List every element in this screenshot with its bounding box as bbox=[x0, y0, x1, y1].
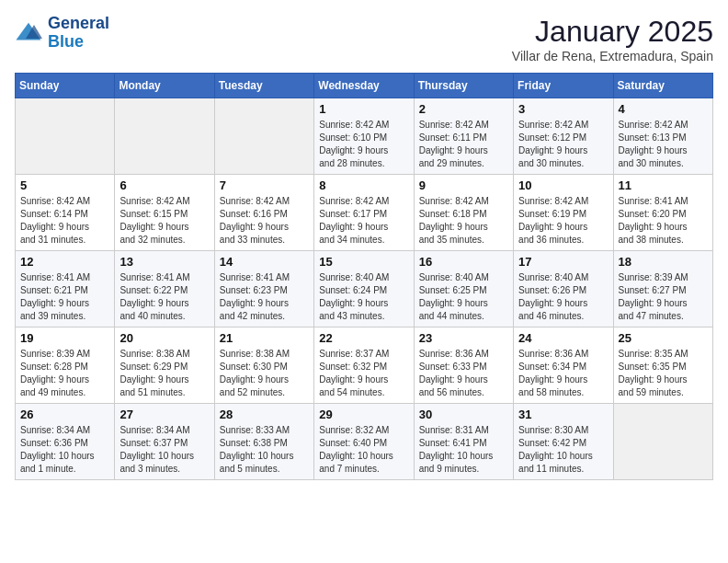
day-detail: Sunrise: 8:37 AM Sunset: 6:32 PM Dayligh… bbox=[319, 348, 408, 399]
day-number: 23 bbox=[419, 331, 508, 345]
day-detail: Sunrise: 8:31 AM Sunset: 6:41 PM Dayligh… bbox=[419, 424, 508, 476]
day-detail: Sunrise: 8:41 AM Sunset: 6:23 PM Dayligh… bbox=[220, 271, 309, 323]
calendar-cell bbox=[613, 404, 712, 480]
calendar-cell: 30Sunrise: 8:31 AM Sunset: 6:41 PM Dayli… bbox=[414, 404, 513, 480]
day-detail: Sunrise: 8:42 AM Sunset: 6:12 PM Dayligh… bbox=[518, 119, 608, 170]
day-number: 15 bbox=[319, 255, 408, 269]
calendar-cell: 22Sunrise: 8:37 AM Sunset: 6:32 PM Dayli… bbox=[314, 327, 414, 404]
weekday-header-tuesday: Tuesday bbox=[214, 74, 313, 98]
weekday-header-sunday: Sunday bbox=[16, 74, 115, 98]
day-number: 30 bbox=[419, 408, 508, 421]
calendar-cell: 28Sunrise: 8:33 AM Sunset: 6:38 PM Dayli… bbox=[214, 404, 313, 480]
day-number: 21 bbox=[220, 331, 309, 345]
day-detail: Sunrise: 8:40 AM Sunset: 6:25 PM Dayligh… bbox=[419, 271, 508, 323]
day-number: 14 bbox=[220, 255, 309, 269]
calendar-cell: 18Sunrise: 8:39 AM Sunset: 6:27 PM Dayli… bbox=[613, 251, 712, 327]
calendar-table: SundayMondayTuesdayWednesdayThursdayFrid… bbox=[15, 73, 713, 480]
day-detail: Sunrise: 8:42 AM Sunset: 6:18 PM Dayligh… bbox=[419, 195, 508, 247]
month-title: January 2025 bbox=[512, 15, 713, 49]
day-number: 27 bbox=[119, 408, 209, 421]
day-detail: Sunrise: 8:40 AM Sunset: 6:24 PM Dayligh… bbox=[319, 271, 408, 323]
day-detail: Sunrise: 8:42 AM Sunset: 6:14 PM Dayligh… bbox=[20, 195, 109, 247]
calendar-cell: 5Sunrise: 8:42 AM Sunset: 6:14 PM Daylig… bbox=[16, 175, 115, 251]
day-number: 26 bbox=[20, 408, 109, 421]
day-number: 5 bbox=[20, 178, 109, 192]
day-number: 11 bbox=[619, 178, 708, 192]
day-number: 13 bbox=[119, 255, 209, 269]
day-detail: Sunrise: 8:33 AM Sunset: 6:38 PM Dayligh… bbox=[220, 424, 309, 476]
day-detail: Sunrise: 8:34 AM Sunset: 6:36 PM Dayligh… bbox=[20, 424, 109, 476]
day-number: 4 bbox=[619, 102, 708, 116]
calendar-cell: 6Sunrise: 8:42 AM Sunset: 6:15 PM Daylig… bbox=[115, 175, 214, 251]
calendar-header: SundayMondayTuesdayWednesdayThursdayFrid… bbox=[16, 74, 713, 98]
location: Villar de Rena, Extremadura, Spain bbox=[512, 49, 713, 63]
day-detail: Sunrise: 8:34 AM Sunset: 6:37 PM Dayligh… bbox=[119, 424, 209, 476]
logo: General Blue bbox=[15, 15, 109, 52]
day-detail: Sunrise: 8:42 AM Sunset: 6:16 PM Dayligh… bbox=[220, 195, 309, 247]
calendar-week-row: 26Sunrise: 8:34 AM Sunset: 6:36 PM Dayli… bbox=[16, 404, 713, 480]
day-number: 20 bbox=[119, 331, 209, 345]
calendar-cell: 16Sunrise: 8:40 AM Sunset: 6:25 PM Dayli… bbox=[414, 251, 513, 327]
calendar-week-row: 19Sunrise: 8:39 AM Sunset: 6:28 PM Dayli… bbox=[16, 327, 713, 404]
weekday-header-wednesday: Wednesday bbox=[314, 74, 414, 98]
day-number: 25 bbox=[619, 331, 708, 345]
day-number: 31 bbox=[518, 408, 608, 421]
day-detail: Sunrise: 8:38 AM Sunset: 6:30 PM Dayligh… bbox=[220, 348, 309, 399]
calendar-cell: 20Sunrise: 8:38 AM Sunset: 6:29 PM Dayli… bbox=[115, 327, 214, 404]
calendar-week-row: 1Sunrise: 8:42 AM Sunset: 6:10 PM Daylig… bbox=[16, 98, 713, 175]
day-detail: Sunrise: 8:41 AM Sunset: 6:21 PM Dayligh… bbox=[20, 271, 109, 323]
calendar-cell bbox=[115, 98, 214, 175]
calendar-cell: 14Sunrise: 8:41 AM Sunset: 6:23 PM Dayli… bbox=[214, 251, 313, 327]
day-number: 22 bbox=[319, 331, 408, 345]
day-number: 28 bbox=[220, 408, 309, 421]
day-detail: Sunrise: 8:35 AM Sunset: 6:35 PM Dayligh… bbox=[619, 348, 708, 399]
calendar-cell: 12Sunrise: 8:41 AM Sunset: 6:21 PM Dayli… bbox=[16, 251, 115, 327]
calendar-cell: 10Sunrise: 8:42 AM Sunset: 6:19 PM Dayli… bbox=[514, 175, 613, 251]
weekday-header-monday: Monday bbox=[115, 74, 214, 98]
day-detail: Sunrise: 8:41 AM Sunset: 6:20 PM Dayligh… bbox=[619, 195, 708, 247]
day-number: 8 bbox=[319, 178, 408, 192]
day-number: 17 bbox=[518, 255, 608, 269]
day-number: 9 bbox=[419, 178, 508, 192]
calendar-cell: 4Sunrise: 8:42 AM Sunset: 6:13 PM Daylig… bbox=[613, 98, 712, 175]
calendar-cell bbox=[214, 98, 313, 175]
weekday-header-thursday: Thursday bbox=[414, 74, 513, 98]
calendar-body: 1Sunrise: 8:42 AM Sunset: 6:10 PM Daylig… bbox=[16, 98, 713, 480]
day-number: 6 bbox=[119, 178, 209, 192]
day-detail: Sunrise: 8:32 AM Sunset: 6:40 PM Dayligh… bbox=[319, 424, 408, 476]
calendar-cell: 2Sunrise: 8:42 AM Sunset: 6:11 PM Daylig… bbox=[414, 98, 513, 175]
calendar-cell: 25Sunrise: 8:35 AM Sunset: 6:35 PM Dayli… bbox=[613, 327, 712, 404]
day-number: 29 bbox=[319, 408, 408, 421]
calendar-cell: 3Sunrise: 8:42 AM Sunset: 6:12 PM Daylig… bbox=[514, 98, 613, 175]
day-number: 10 bbox=[518, 178, 608, 192]
logo-icon bbox=[15, 19, 42, 47]
day-number: 12 bbox=[20, 255, 109, 269]
weekday-header-saturday: Saturday bbox=[613, 74, 712, 98]
logo-text: General Blue bbox=[48, 15, 109, 52]
calendar-cell: 17Sunrise: 8:40 AM Sunset: 6:26 PM Dayli… bbox=[514, 251, 613, 327]
day-number: 7 bbox=[220, 178, 309, 192]
day-number: 18 bbox=[619, 255, 708, 269]
weekday-header-friday: Friday bbox=[514, 74, 613, 98]
day-number: 19 bbox=[20, 331, 109, 345]
day-number: 16 bbox=[419, 255, 508, 269]
logo-blue: Blue bbox=[48, 33, 109, 52]
calendar-cell: 7Sunrise: 8:42 AM Sunset: 6:16 PM Daylig… bbox=[214, 175, 313, 251]
calendar-cell: 27Sunrise: 8:34 AM Sunset: 6:37 PM Dayli… bbox=[115, 404, 214, 480]
day-detail: Sunrise: 8:39 AM Sunset: 6:28 PM Dayligh… bbox=[20, 348, 109, 399]
day-number: 3 bbox=[518, 102, 608, 116]
calendar-cell: 9Sunrise: 8:42 AM Sunset: 6:18 PM Daylig… bbox=[414, 175, 513, 251]
calendar-week-row: 5Sunrise: 8:42 AM Sunset: 6:14 PM Daylig… bbox=[16, 175, 713, 251]
page-header: General Blue January 2025 Villar de Rena… bbox=[15, 15, 713, 63]
day-detail: Sunrise: 8:30 AM Sunset: 6:42 PM Dayligh… bbox=[518, 424, 608, 476]
calendar-cell: 11Sunrise: 8:41 AM Sunset: 6:20 PM Dayli… bbox=[613, 175, 712, 251]
calendar-cell: 21Sunrise: 8:38 AM Sunset: 6:30 PM Dayli… bbox=[214, 327, 313, 404]
day-detail: Sunrise: 8:41 AM Sunset: 6:22 PM Dayligh… bbox=[119, 271, 209, 323]
day-detail: Sunrise: 8:42 AM Sunset: 6:13 PM Dayligh… bbox=[619, 119, 708, 170]
weekday-header-row: SundayMondayTuesdayWednesdayThursdayFrid… bbox=[16, 74, 713, 98]
day-detail: Sunrise: 8:42 AM Sunset: 6:17 PM Dayligh… bbox=[319, 195, 408, 247]
calendar-cell: 31Sunrise: 8:30 AM Sunset: 6:42 PM Dayli… bbox=[514, 404, 613, 480]
calendar-cell: 15Sunrise: 8:40 AM Sunset: 6:24 PM Dayli… bbox=[314, 251, 414, 327]
day-detail: Sunrise: 8:42 AM Sunset: 6:11 PM Dayligh… bbox=[419, 119, 508, 170]
day-detail: Sunrise: 8:42 AM Sunset: 6:15 PM Dayligh… bbox=[119, 195, 209, 247]
